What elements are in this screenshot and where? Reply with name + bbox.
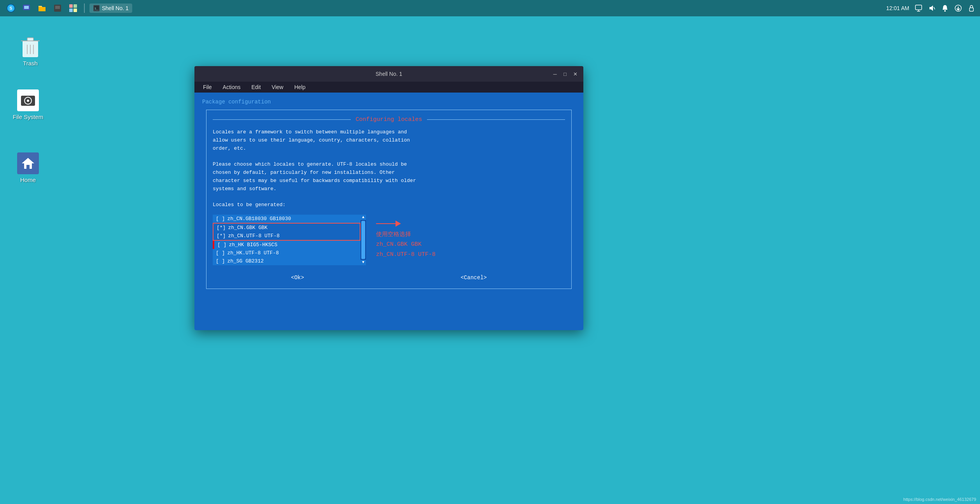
taskbar-lock-icon[interactable]: [968, 4, 975, 12]
taskbar-launcher-icon[interactable]: S: [5, 2, 17, 14]
locale-item-hkutf8[interactable]: [ ] zh_HK.UTF-8 UTF-8: [213, 249, 360, 257]
filesystem-icon: [16, 89, 40, 112]
minimize-button[interactable]: ─: [551, 70, 558, 77]
scrollbar-up-arrow[interactable]: ▲: [360, 215, 366, 220]
taskbar-icon-blue[interactable]: [20, 2, 33, 14]
svg-rect-3: [24, 6, 29, 9]
svg-point-29: [27, 100, 29, 102]
locale-list-container: [ ] zh_CN.GB18030 GB18030 [*] zh_CN.GBK …: [213, 215, 360, 265]
taskbar-notification-icon[interactable]: [941, 4, 949, 12]
taskbar: S $_ Shell No. 1 12:01 AM: [0, 0, 980, 16]
menu-edit[interactable]: Edit: [246, 82, 266, 93]
dialog-box: Configuring locales Locales are a framew…: [206, 110, 572, 289]
svg-line-17: [934, 7, 935, 9]
locale-item-big5[interactable]: [ ] zh_HK BIG5-HKSCS: [213, 241, 360, 249]
terminal-titlebar: Shell No. 1 ─ □ ✕: [194, 66, 583, 82]
dialog-list-area: [ ] zh_CN.GB18030 GB18030 [*] zh_CN.GBK …: [213, 215, 565, 265]
arrow-line: [376, 223, 396, 224]
terminal-bottom-bar: [194, 311, 583, 330]
svg-rect-21: [970, 8, 973, 11]
locale-item-sg[interactable]: [ ] zh_SG GB2312: [213, 257, 360, 265]
desktop-icon-trash[interactable]: Trash: [11, 35, 50, 66]
svg-text:$_: $_: [94, 7, 98, 10]
locale-scrollbar: ▲ ▼: [360, 215, 366, 265]
arrow-container: [376, 220, 436, 227]
svg-rect-31: [26, 165, 30, 169]
dialog-line-left: [213, 119, 351, 120]
annotation-line1: 使用空格选择: [376, 231, 411, 238]
locale-item-gb18030[interactable]: [ ] zh_CN.GB18030 GB18030: [213, 215, 360, 223]
svg-rect-9: [74, 9, 77, 12]
locale-item-utf8[interactable]: [*] zh_CN.UTF-8 UTF-8: [214, 232, 360, 240]
taskbar-icon-folder[interactable]: [36, 2, 48, 14]
taskbar-monitor-icon[interactable]: [915, 4, 922, 12]
annotation-line3: zh_CN.UTF-8 UTF-8: [376, 251, 436, 258]
dialog-title-text: Configuring locales: [351, 116, 427, 123]
terminal-title: Shell No. 1: [376, 71, 402, 77]
filesystem-label: File System: [13, 114, 43, 120]
dialog-title-line: Configuring locales: [213, 116, 565, 123]
arrow-head: [396, 220, 401, 227]
desktop-icon-home[interactable]: Home: [9, 152, 47, 183]
menu-help[interactable]: Help: [289, 82, 311, 93]
terminal-bottom-area: [202, 289, 576, 304]
home-icon: [16, 152, 40, 175]
terminal-body: Package configuration Configuring locale…: [194, 93, 583, 311]
dialog-body-text: Locales are a framework to switch betwee…: [213, 128, 565, 209]
terminal-controls: ─ □ ✕: [551, 70, 579, 77]
taskbar-volume-icon[interactable]: [928, 4, 936, 12]
svg-rect-8: [69, 9, 73, 12]
home-label: Home: [20, 177, 36, 183]
svg-rect-13: [915, 5, 922, 10]
dialog-buttons: <Ok> <Cancel>: [213, 273, 565, 282]
taskbar-icon-multi[interactable]: [67, 2, 79, 14]
svg-point-18: [944, 10, 946, 12]
taskbar-time: 12:01 AM: [886, 5, 909, 11]
taskbar-icon-dark[interactable]: [51, 2, 64, 14]
annotation-area: 使用空格选择 zh_CN.GBK GBK zh_CN.UTF-8 UTF-8: [368, 215, 436, 265]
taskbar-app-label: Shell No. 1: [102, 5, 128, 11]
pkg-config-label: Package configuration: [202, 99, 576, 105]
taskbar-right: 12:01 AM: [886, 4, 975, 12]
locale-item-gbk[interactable]: [*] zh_CN.GBK GBK: [214, 224, 360, 232]
taskbar-app-shell[interactable]: $_ Shell No. 1: [89, 4, 132, 13]
scrollbar-down-arrow[interactable]: ▼: [360, 260, 366, 265]
taskbar-download-icon[interactable]: [954, 4, 962, 12]
menu-actions[interactable]: Actions: [217, 82, 246, 93]
svg-rect-23: [27, 38, 33, 41]
annotation-line2: zh_CN.GBK GBK: [376, 241, 422, 248]
svg-rect-6: [69, 4, 73, 8]
menu-view[interactable]: View: [266, 82, 289, 93]
cancel-button[interactable]: <Cancel>: [454, 273, 493, 282]
terminal-window: Shell No. 1 ─ □ ✕ File Actions Edit View…: [194, 66, 583, 330]
annotation-text: 使用空格选择 zh_CN.GBK GBK zh_CN.UTF-8 UTF-8: [376, 230, 436, 260]
taskbar-left: S $_ Shell No. 1: [5, 2, 132, 14]
svg-rect-7: [74, 4, 77, 8]
url-bar: https://blog.csdn.net/weixin_46132679: [903, 497, 976, 502]
svg-rect-5: [55, 6, 60, 9]
trash-icon: [19, 35, 42, 58]
close-button[interactable]: ✕: [572, 70, 579, 77]
desktop-icon-filesystem[interactable]: File System: [9, 89, 47, 120]
ok-button[interactable]: <Ok>: [285, 273, 310, 282]
svg-text:S: S: [9, 6, 12, 10]
dialog-line-right: [427, 119, 565, 120]
menu-file[interactable]: File: [198, 82, 217, 93]
taskbar-divider: [84, 4, 85, 13]
svg-marker-16: [929, 5, 933, 11]
maximize-button[interactable]: □: [562, 70, 569, 77]
scrollbar-thumb[interactable]: [361, 221, 365, 259]
locale-selected-group: [*] zh_CN.GBK GBK [*] zh_CN.UTF-8 UTF-8: [213, 223, 360, 241]
terminal-menubar: File Actions Edit View Help: [194, 82, 583, 93]
trash-label: Trash: [23, 60, 38, 66]
